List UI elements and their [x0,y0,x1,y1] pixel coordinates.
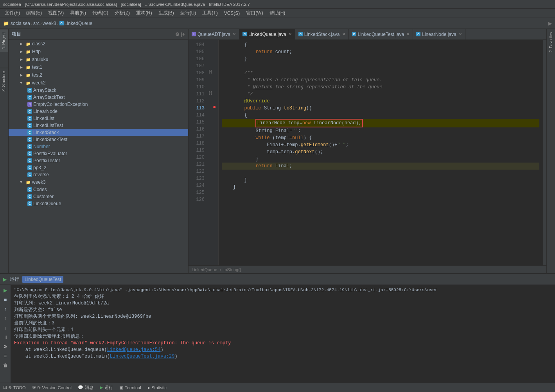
run-settings-btn[interactable]: ⚙ [2,343,9,351]
tree-item-customer[interactable]: C Customer [9,193,188,200]
breadcrumb-week3[interactable]: week3 [43,21,56,26]
breadcrumb-linkedqueue[interactable]: LinkedQueue [65,21,92,26]
tree-label-arraystack: ArrayStack [33,88,56,93]
tab-favorites[interactable]: 2: Favorites [549,29,553,55]
close-tab-linearnode[interactable]: ✕ [459,32,462,36]
breadcrumb-src[interactable]: src [33,21,40,26]
run-link-linkedqueue[interactable]: LinkedQueue.java:54 [107,347,161,353]
project-settings-icon[interactable]: ⚙ [175,32,180,37]
menu-window[interactable]: 窗口(W) [243,9,266,17]
run-filter-btn[interactable]: ≡ [2,352,9,360]
run-clear-btn[interactable]: 🗑 [2,362,9,369]
tab-linearnode[interactable]: C LinearNode.java ✕ [413,29,465,40]
code-line-121: return Final; [222,163,539,170]
project-expand-icon[interactable]: |+ [181,32,185,37]
fold-cell [208,138,213,145]
tree-item-postfixevaluator[interactable]: C PostfixEvaluator [9,150,188,157]
tree-item-week2[interactable]: ▼ 📁 week2 [9,79,188,87]
run-tab-label[interactable]: LinkedQueueTest [22,276,63,283]
status-messages[interactable]: 💬 消息 [78,385,93,390]
class-icon-reverse: C [27,172,32,177]
folder-icon-http: 📁 [25,48,31,55]
messages-icon: 💬 [78,385,83,390]
menu-tools[interactable]: 工具(T) [199,9,221,17]
menu-file[interactable]: 文件(F) [2,9,23,17]
code-line-111: */ [222,91,539,98]
tree-item-test1[interactable]: ▶ 📁 test1 [9,63,188,71]
tab-icon-linkedqueue: C [242,32,247,36]
fold-cell [208,110,213,117]
menu-code[interactable]: 代码(C) [89,9,111,17]
status-terminal[interactable]: ▣ Terminal [119,385,141,390]
run-scroll-up-btn[interactable]: ↑ [2,315,9,322]
status-todo[interactable]: ☑ 6: TODO [3,385,26,390]
tree-item-arraystack[interactable]: C ArrayStack [9,87,188,94]
tab-queueadt[interactable]: I QueueADT.java ✕ [189,29,239,40]
tree-label-number: Number [33,144,50,149]
terminal-icon: ▣ [119,385,123,390]
menu-build[interactable]: 生成(B) [155,9,177,17]
statistic-icon: ● [147,385,150,390]
menu-refactor[interactable]: 重构(R) [133,9,155,17]
tree-item-test2[interactable]: ▶ 📁 test2 [9,71,188,79]
fold-cell [208,47,213,54]
code-line-114: { [222,112,539,119]
run-scroll-down-btn[interactable]: ↓ [2,324,9,332]
tree-item-shujuku[interactable]: ▶ 📁 shujuku [9,55,188,63]
close-tab-queueadt[interactable]: ✕ [233,32,236,36]
run-pause-btn[interactable]: ⏸ [2,333,9,341]
status-vcs[interactable]: ⑨ 9: Version Control [32,385,72,390]
tree-item-number[interactable]: C Number [9,143,188,150]
tree-item-linkedlisttest[interactable]: C LinkedListTest [9,122,188,129]
tab-structure[interactable]: Z: Structure [0,68,8,95]
project-panel: 项目 ⚙ |+ ▶ 📁 class2 ▶ 📁 Http [9,29,189,273]
right-scrollbar[interactable] [542,40,546,265]
main-area: 1: Project Z: Structure 项目 ⚙ |+ ▶ 📁 clas… [0,29,555,392]
tree-item-linkedqueue[interactable]: C LinkedQueue [9,200,188,207]
breakpoint-113: ● [213,103,218,110]
run-link-linkedqueuetest[interactable]: LinkedQueueTest.java:29 [110,354,175,359]
folder-icon-week2: 📁 [25,80,31,86]
tree-item-arraystacktest[interactable]: C ArrayStackTest [9,94,188,101]
status-statistic[interactable]: ● Statistic [147,385,167,390]
close-tab-linkedqueue[interactable]: ✕ [289,32,292,36]
fold-cell-111[interactable]: [-] [208,89,213,96]
tree-item-pp3-2[interactable]: C pp3_2 [9,164,188,171]
tree-item-emptycollection[interactable]: 4 EmptyCollectionException [9,101,188,108]
fold-cell [208,145,213,152]
title-text: socialsea - [C:\Users\user\IdeaProjects\… [3,2,250,7]
run-stop-btn[interactable]: ■ [2,296,9,304]
tree-item-linkedstacktest[interactable]: C LinkedStackTest [9,136,188,143]
tree-item-postfixtester[interactable]: C PostfixTester [9,157,188,164]
tree-item-codes[interactable]: C Codes [9,186,188,193]
tab-linkedstack[interactable]: C LinkedStack.java ✕ [295,29,349,40]
fold-cell-108[interactable]: [-] [208,68,213,75]
code-lines-area[interactable]: { return count; } [219,40,542,265]
breakpoint-column: ● [213,40,218,265]
menu-analyze[interactable]: 分析(Z) [111,9,133,17]
title-bar: socialsea - [C:\Users\user\IdeaProjects\… [0,0,555,9]
menu-view[interactable]: 视图(V) [45,9,67,17]
close-tab-linkedqueuetest[interactable]: ✕ [406,32,410,36]
run-play-btn[interactable]: ▶ [2,286,9,294]
tree-item-week3[interactable]: ▼ 📁 week3 [9,178,188,186]
menu-nav[interactable]: 导航(N) [67,9,89,17]
tree-item-class2[interactable]: ▶ 📁 class2 [9,40,188,48]
tree-item-linearnode[interactable]: C LinearNode [9,108,188,115]
tree-item-http[interactable]: ▶ 📁 Http [9,48,188,55]
status-run[interactable]: ▶ 运行 [100,385,113,390]
tree-item-reverse[interactable]: C reverse [9,171,188,178]
tab-linkedqueuetest[interactable]: C LinkedQueueTest.java ✕ [349,29,413,40]
close-tab-linkedstack[interactable]: ✕ [342,32,345,36]
tab-linkedqueue[interactable]: C LinkedQueue.java ✕ [239,29,295,40]
project-panel-header: 项目 ⚙ |+ [9,29,188,40]
breadcrumb-project[interactable]: socialsea [11,21,30,26]
tab-project[interactable]: 1: Project [0,29,8,52]
menu-vcs[interactable]: VCS(S) [221,10,243,17]
run-rerun-btn[interactable]: ↑ [2,305,9,313]
menu-edit[interactable]: 编辑(E) [23,9,45,17]
tree-item-linkedstack[interactable]: C LinkedStack [9,129,188,136]
tree-item-linkedlist[interactable]: C LinkedList [9,115,188,122]
menu-run[interactable]: 运行(U) [177,9,199,17]
menu-help[interactable]: 帮助(H) [266,9,289,17]
